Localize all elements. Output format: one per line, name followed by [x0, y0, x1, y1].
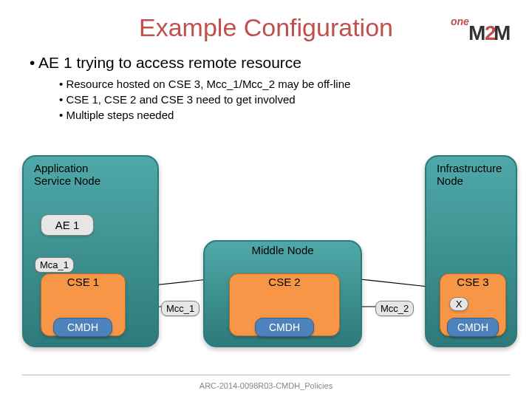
- bullet-sub: CSE 1, CSE 2 and CSE 3 need to get invol…: [30, 92, 532, 107]
- bullet-top: AE 1 trying to access remote resource: [30, 54, 532, 76]
- cse3-label: CSE 3: [457, 276, 488, 288]
- middle-node-label: Middle Node: [203, 244, 362, 256]
- bullet-sub: Multiple steps needed: [30, 107, 532, 123]
- x-marker-box: X: [449, 297, 468, 311]
- onem2m-logo: one M 2 M: [451, 13, 510, 43]
- footer-divider: [22, 375, 510, 375]
- bullet-sub: Resource hosted on CSE 3, Mcc_1/Mcc_2 ma…: [30, 76, 532, 92]
- cse2-label: CSE 2: [268, 276, 300, 288]
- asn-label: Application Service Node: [34, 163, 100, 187]
- mca1-connector: Mca_1: [35, 257, 74, 273]
- footer-text: ARC-2014-0098R03-CMDH_Policies: [0, 381, 532, 390]
- mcc1-connector: Mcc_1: [161, 301, 200, 316]
- cmdh-box: CMDH: [447, 318, 499, 337]
- cse1-label: CSE 1: [67, 276, 99, 288]
- ae1-box: AE 1: [41, 214, 94, 236]
- bullet-list: AE 1 trying to access remote resource Re…: [0, 48, 532, 123]
- mcc2-connector: Mcc_2: [375, 301, 414, 316]
- diagram: Application Service Node Infrastructure …: [0, 155, 532, 369]
- svg-text:M: M: [468, 21, 485, 43]
- in-label: Infrastructure Node: [437, 163, 502, 187]
- svg-text:M: M: [494, 21, 510, 43]
- cmdh-box: CMDH: [255, 318, 314, 337]
- svg-text:one: one: [451, 16, 469, 27]
- cmdh-box: CMDH: [53, 318, 112, 337]
